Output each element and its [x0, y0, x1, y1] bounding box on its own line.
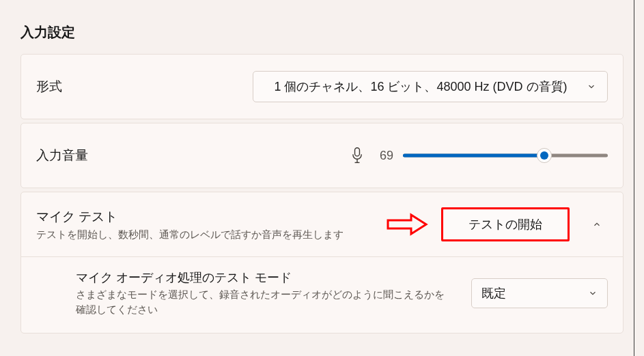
section-title: 入力設定 [20, 23, 624, 42]
start-test-button[interactable]: テストの開始 [441, 207, 570, 241]
slider-thumb[interactable] [537, 148, 552, 163]
processing-mode-title: マイク オーディオ処理のテスト モード [76, 269, 453, 286]
mic-test-description: テストを開始し、数秒間、通常のレベルで話すか音声を再生します [36, 228, 377, 241]
format-select[interactable]: 1 個のチャネル、16 ビット、48000 Hz (DVD の音質) [253, 71, 608, 102]
microphone-icon [350, 147, 365, 164]
volume-label: 入力音量 [36, 147, 88, 164]
format-card: 形式 1 個のチャネル、16 ビット、48000 Hz (DVD の音質) [20, 54, 624, 119]
mic-test-title: マイク テスト [36, 208, 377, 226]
chevron-down-icon [587, 82, 596, 91]
collapse-toggle[interactable] [586, 213, 608, 235]
processing-mode-select[interactable]: 既定 [471, 278, 608, 308]
slider-fill [403, 154, 544, 158]
format-label: 形式 [36, 78, 77, 95]
svg-rect-0 [355, 148, 360, 156]
mic-test-card: マイク テスト テストを開始し、数秒間、通常のレベルで話すか音声を再生します テ… [20, 192, 624, 333]
processing-mode-description: さまざまなモードを選択して、録音されたオーディオがどのように聞こえるかを確認して… [76, 288, 453, 318]
chevron-down-icon [588, 288, 598, 298]
chevron-up-icon [592, 220, 602, 229]
annotation-arrow-icon [387, 212, 429, 237]
window-divider [634, 0, 634, 356]
volume-slider[interactable] [403, 147, 608, 164]
input-volume-card: 入力音量 69 [20, 123, 624, 188]
format-value: 1 個のチャネル、16 ビット、48000 Hz (DVD の音質) [264, 78, 577, 95]
processing-mode-value: 既定 [481, 285, 506, 301]
volume-value: 69 [374, 149, 393, 163]
